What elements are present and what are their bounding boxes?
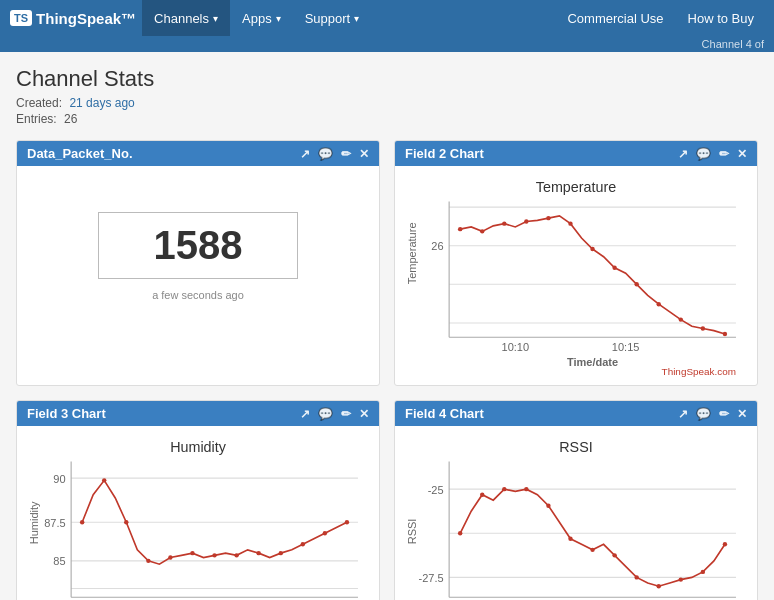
nav-apps[interactable]: Apps ▾ bbox=[230, 0, 293, 36]
created-value[interactable]: 21 days ago bbox=[69, 96, 134, 110]
svg-point-34 bbox=[102, 478, 106, 482]
widget-field3: Field 3 Chart ↗ 💬 ✏ ✕ Humidity Humidity bbox=[16, 400, 380, 600]
temp-chart-title: Temperature bbox=[536, 179, 616, 195]
support-caret: ▾ bbox=[354, 13, 359, 24]
svg-point-44 bbox=[323, 531, 327, 535]
svg-point-20 bbox=[701, 326, 705, 330]
temp-x-label: Time/date bbox=[567, 356, 618, 368]
numeric-timestamp: a few seconds ago bbox=[152, 289, 244, 301]
widget4-icons: ↗ 💬 ✏ ✕ bbox=[678, 407, 747, 421]
navbar-menu: Channels ▾ Apps ▾ Support ▾ bbox=[142, 0, 557, 36]
widget4-external-icon[interactable]: ↗ bbox=[678, 407, 688, 421]
svg-point-37 bbox=[168, 555, 172, 559]
temp-watermark: ThingSpeak.com bbox=[662, 366, 736, 377]
widget4-edit-icon[interactable]: ✏ bbox=[719, 407, 729, 421]
entries-value: 26 bbox=[64, 112, 77, 126]
svg-point-35 bbox=[124, 520, 128, 524]
svg-point-45 bbox=[345, 520, 349, 524]
brand-logo[interactable]: TS ThingSpeak™ bbox=[10, 10, 136, 27]
svg-point-42 bbox=[279, 551, 283, 555]
nav-channels[interactable]: Channels ▾ bbox=[142, 0, 230, 36]
svg-text:26: 26 bbox=[431, 240, 443, 252]
widget2-edit-icon[interactable]: ✏ bbox=[719, 147, 729, 161]
nav-commercial-use[interactable]: Commercial Use bbox=[557, 0, 673, 36]
widget-data-packet: Data_Packet_No. ↗ 💬 ✏ ✕ 1588 a few secon… bbox=[16, 140, 380, 386]
svg-point-67 bbox=[723, 542, 727, 546]
svg-point-11 bbox=[502, 221, 506, 225]
widget2-header: Field 2 Chart ↗ 💬 ✏ ✕ bbox=[395, 141, 757, 166]
widget3-edit-icon[interactable]: ✏ bbox=[341, 407, 351, 421]
widget3-icons: ↗ 💬 ✏ ✕ bbox=[300, 407, 369, 421]
widget2-comment-icon[interactable]: 💬 bbox=[696, 147, 711, 161]
widget4-close-icon[interactable]: ✕ bbox=[737, 407, 747, 421]
svg-point-21 bbox=[723, 332, 727, 336]
widget-field2: Field 2 Chart ↗ 💬 ✏ ✕ Temperature Temper… bbox=[394, 140, 758, 386]
widget1-edit-icon[interactable]: ✏ bbox=[341, 147, 351, 161]
widget-grid: Data_Packet_No. ↗ 💬 ✏ ✕ 1588 a few secon… bbox=[16, 140, 758, 600]
humidity-chart: Humidity Humidity 90 87.5 85 bbox=[27, 434, 369, 600]
svg-point-33 bbox=[80, 520, 84, 524]
brand-name: ThingSpeak™ bbox=[36, 10, 136, 27]
svg-text:10:15: 10:15 bbox=[612, 341, 640, 353]
navbar: TS ThingSpeak™ Channels ▾ Apps ▾ Support… bbox=[0, 0, 774, 36]
svg-point-39 bbox=[212, 553, 216, 557]
widget1-title: Data_Packet_No. bbox=[27, 146, 300, 161]
widget2-body: Temperature Temperature 26 10:10 10:15 bbox=[395, 166, 757, 385]
svg-point-43 bbox=[301, 542, 305, 546]
rssi-chart-title: RSSI bbox=[559, 439, 592, 455]
svg-point-58 bbox=[524, 487, 528, 491]
widget1-external-icon[interactable]: ↗ bbox=[300, 147, 310, 161]
created-label: Created: bbox=[16, 96, 62, 110]
widget-field4: Field 4 Chart ↗ 💬 ✏ ✕ RSSI RSSI bbox=[394, 400, 758, 600]
svg-point-16 bbox=[612, 266, 616, 270]
svg-point-14 bbox=[568, 221, 572, 225]
svg-point-65 bbox=[679, 578, 683, 582]
svg-point-60 bbox=[568, 537, 572, 541]
svg-point-63 bbox=[634, 575, 638, 579]
svg-point-66 bbox=[701, 570, 705, 574]
widget1-body: 1588 a few seconds ago bbox=[17, 166, 379, 346]
svg-point-15 bbox=[590, 247, 594, 251]
svg-point-38 bbox=[190, 551, 194, 555]
widget3-comment-icon[interactable]: 💬 bbox=[318, 407, 333, 421]
svg-point-12 bbox=[524, 219, 528, 223]
svg-point-13 bbox=[546, 216, 550, 220]
svg-point-59 bbox=[546, 504, 550, 508]
navbar-right: Commercial Use How to Buy bbox=[557, 0, 764, 36]
channel-info-text: Channel 4 of bbox=[702, 38, 764, 50]
nav-how-to-buy[interactable]: How to Buy bbox=[678, 0, 764, 36]
widget1-close-icon[interactable]: ✕ bbox=[359, 147, 369, 161]
widget3-external-icon[interactable]: ↗ bbox=[300, 407, 310, 421]
rssi-y-label: RSSI bbox=[406, 519, 418, 545]
widget1-header: Data_Packet_No. ↗ 💬 ✏ ✕ bbox=[17, 141, 379, 166]
temperature-chart: Temperature Temperature 26 10:10 10:15 bbox=[405, 174, 747, 378]
widget3-body: Humidity Humidity 90 87.5 85 bbox=[17, 426, 379, 600]
widget4-title: Field 4 Chart bbox=[405, 406, 678, 421]
rssi-chart: RSSI RSSI -25 -27.5 10:10 10:15 bbox=[405, 434, 747, 600]
svg-point-57 bbox=[502, 487, 506, 491]
svg-point-41 bbox=[256, 551, 260, 555]
widget2-icons: ↗ 💬 ✏ ✕ bbox=[678, 147, 747, 161]
widget2-title: Field 2 Chart bbox=[405, 146, 678, 161]
svg-text:90: 90 bbox=[53, 473, 65, 485]
svg-text:87.5: 87.5 bbox=[44, 517, 65, 529]
svg-point-40 bbox=[234, 553, 238, 557]
main-content: Channel Stats Created: 21 days ago Entri… bbox=[0, 52, 774, 600]
svg-text:-27.5: -27.5 bbox=[419, 572, 444, 584]
channels-caret: ▾ bbox=[213, 13, 218, 24]
widget1-comment-icon[interactable]: 💬 bbox=[318, 147, 333, 161]
nav-support[interactable]: Support ▾ bbox=[293, 0, 372, 36]
svg-point-19 bbox=[679, 317, 683, 321]
humidity-y-label: Humidity bbox=[28, 501, 40, 544]
widget2-close-icon[interactable]: ✕ bbox=[737, 147, 747, 161]
svg-point-18 bbox=[657, 302, 661, 306]
svg-point-9 bbox=[458, 227, 462, 231]
apps-caret: ▾ bbox=[276, 13, 281, 24]
svg-point-36 bbox=[146, 559, 150, 563]
svg-point-10 bbox=[480, 229, 484, 233]
page-title: Channel Stats bbox=[16, 66, 758, 92]
widget3-close-icon[interactable]: ✕ bbox=[359, 407, 369, 421]
widget3-title: Field 3 Chart bbox=[27, 406, 300, 421]
widget4-comment-icon[interactable]: 💬 bbox=[696, 407, 711, 421]
widget2-external-icon[interactable]: ↗ bbox=[678, 147, 688, 161]
